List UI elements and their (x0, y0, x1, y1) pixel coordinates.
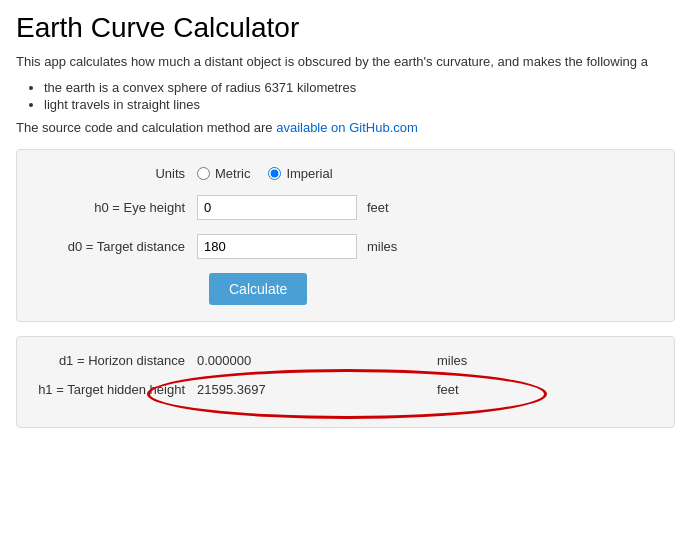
results-panel: d1 = Horizon distance 0.000000 miles h1 … (16, 336, 675, 428)
units-label: Units (37, 166, 197, 181)
d1-unit: miles (437, 353, 467, 368)
imperial-radio[interactable] (268, 167, 281, 180)
assumption-1: the earth is a convex sphere of radius 6… (44, 80, 675, 95)
d0-unit: miles (367, 239, 397, 254)
metric-label: Metric (215, 166, 250, 181)
assumptions-list: the earth is a convex sphere of radius 6… (16, 80, 675, 112)
metric-radio[interactable] (197, 167, 210, 180)
calculate-row: Calculate (37, 273, 654, 305)
h0-input[interactable] (197, 195, 357, 220)
h1-unit: feet (437, 382, 459, 397)
eye-height-row: h0 = Eye height feet (37, 195, 654, 220)
hidden-height-row: h1 = Target hidden height 21595.3697 fee… (37, 382, 654, 397)
horizon-distance-row: d1 = Horizon distance 0.000000 miles (37, 353, 654, 368)
imperial-label: Imperial (286, 166, 332, 181)
h1-label: h1 = Target hidden height (37, 382, 197, 397)
intro-text: This app calculates how much a distant o… (16, 52, 675, 72)
page-title: Earth Curve Calculator (16, 12, 675, 44)
d0-input[interactable] (197, 234, 357, 259)
target-distance-row: d0 = Target distance miles (37, 234, 654, 259)
units-radio-group: Metric Imperial (197, 166, 333, 181)
source-prefix: The source code and calculation method a… (16, 120, 276, 135)
d1-label: d1 = Horizon distance (37, 353, 197, 368)
calculate-button[interactable]: Calculate (209, 273, 307, 305)
h1-value: 21595.3697 (197, 382, 357, 397)
input-panel: Units Metric Imperial h0 = Eye height fe… (16, 149, 675, 322)
h0-unit: feet (367, 200, 389, 215)
github-link[interactable]: available on GitHub.com (276, 120, 418, 135)
d1-value: 0.000000 (197, 353, 357, 368)
d0-label: d0 = Target distance (37, 239, 197, 254)
imperial-option[interactable]: Imperial (268, 166, 332, 181)
metric-option[interactable]: Metric (197, 166, 250, 181)
assumption-2: light travels in straight lines (44, 97, 675, 112)
source-line: The source code and calculation method a… (16, 120, 675, 135)
h0-label: h0 = Eye height (37, 200, 197, 215)
units-row: Units Metric Imperial (37, 166, 654, 181)
